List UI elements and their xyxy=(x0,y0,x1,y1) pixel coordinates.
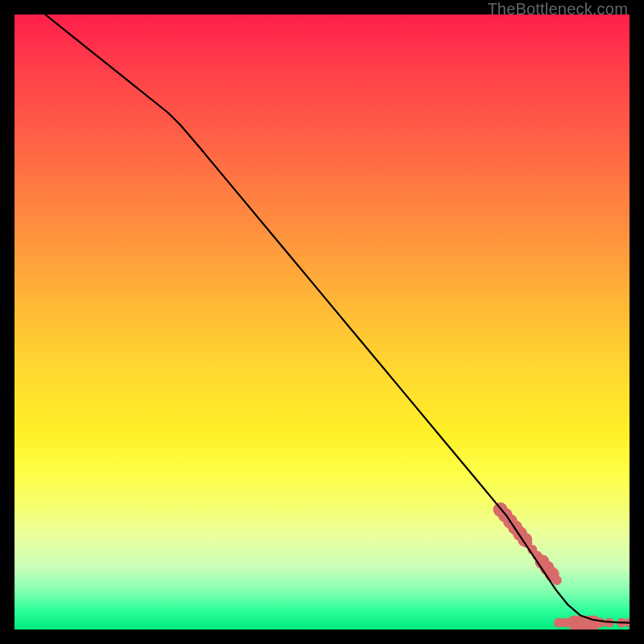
plot-area xyxy=(14,14,630,630)
curve-line xyxy=(45,14,630,623)
chart-overlay xyxy=(14,14,630,630)
data-point xyxy=(552,576,562,585)
chart-frame: TheBottleneck.com xyxy=(0,0,644,644)
markers-layer xyxy=(493,502,630,630)
data-point xyxy=(596,618,605,628)
